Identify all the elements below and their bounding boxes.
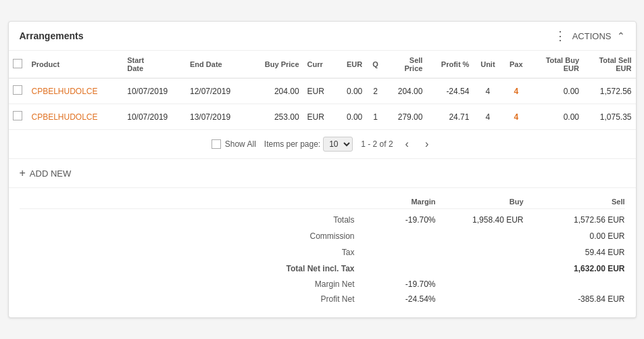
- row-total-buy-eur-0: 0.00: [530, 78, 583, 104]
- actions-button[interactable]: ACTIONS: [572, 31, 612, 41]
- row-total-sell-eur-1: 1,075.35: [583, 104, 636, 130]
- panel-title: Arrangements: [20, 30, 84, 41]
- totals-sell: 1,572.56 EUR: [537, 215, 625, 225]
- plus-icon: +: [20, 167, 26, 179]
- totals-col-label-header: [20, 198, 368, 206]
- tax-buy: [449, 248, 537, 257]
- totals-row-totals: Totals -19.70% 1,958.40 EUR 1,572.56 EUR: [20, 212, 625, 228]
- next-page-button[interactable]: ›: [421, 137, 432, 152]
- row-q-1: 1: [366, 104, 384, 130]
- table-row: CPBELHUDOLCE 10/07/2019 12/07/2019 204.0…: [9, 78, 636, 104]
- row-curr-1: EUR: [303, 104, 336, 130]
- commission-buy: [449, 231, 537, 241]
- profit-net-val: -24.54%: [368, 294, 449, 304]
- col-header-unit: Unit: [473, 51, 502, 78]
- row-pax-0: 4: [502, 78, 530, 104]
- show-all-label: Show All: [225, 139, 256, 149]
- col-header-curr: Curr: [303, 51, 336, 78]
- row-product-0[interactable]: CPBELHUDOLCE: [28, 78, 124, 104]
- col-header-total-sell-eur: Total SellEUR: [583, 51, 636, 78]
- panel-header: Arrangements ⋮ ACTIONS ⌃: [9, 22, 636, 51]
- row-sell-price-1: 279.00: [385, 104, 427, 130]
- margin-net-row: Margin Net -19.70%: [20, 277, 625, 292]
- row-unit-0: 4: [473, 78, 502, 104]
- totals-col-buy-header: Buy: [449, 198, 537, 206]
- items-per-page-select[interactable]: 10 25 50: [323, 137, 353, 152]
- col-header-q: Q: [366, 51, 384, 78]
- row-buy-price-1: 253.00: [249, 104, 303, 130]
- totals-row-tax: Tax 59.44 EUR: [20, 244, 625, 261]
- prev-page-button[interactable]: ‹: [401, 137, 413, 152]
- row-start-date-0: 10/07/2019: [123, 78, 186, 104]
- row-pax-1: 4: [502, 104, 530, 130]
- arrangements-panel: Arrangements ⋮ ACTIONS ⌃ Product StartDa…: [8, 21, 637, 318]
- row-profit-pct-1: 24.71: [426, 104, 473, 130]
- tax-label: Tax: [20, 248, 368, 257]
- row-checkbox-0[interactable]: [9, 78, 28, 104]
- tax-margin: [368, 248, 449, 257]
- col-header-sell-price: SellPrice: [385, 51, 427, 78]
- col-header-start-date: StartDate: [123, 51, 186, 78]
- page-info: 1 - 2 of 2: [361, 139, 393, 149]
- total-net-incl-tax-label: Total Net incl. Tax: [20, 264, 368, 273]
- select-all-checkbox-header[interactable]: [9, 51, 28, 78]
- margin-net-val2: [449, 279, 625, 289]
- col-header-end-date: End Date: [186, 51, 249, 78]
- row-profit-pct-0: -24.54: [426, 78, 473, 104]
- row-checkbox-1[interactable]: [9, 104, 28, 130]
- totals-row-commission: Commission 0.00 EUR: [20, 228, 625, 244]
- row-sell-price-0: 204.00: [385, 78, 427, 104]
- row-curr-0: EUR: [303, 78, 336, 104]
- row-eur-0: 0.00: [336, 78, 367, 104]
- row-product-1[interactable]: CPBELHUDOLCE: [28, 104, 124, 130]
- margin-net-label: Margin Net: [20, 279, 368, 289]
- table-header-row: Product StartDate End Date Buy Price Cur…: [9, 51, 636, 78]
- col-header-pax: Pax: [502, 51, 530, 78]
- total-net-buy: [449, 264, 537, 273]
- table-row: CPBELHUDOLCE 10/07/2019 13/07/2019 253.0…: [9, 104, 636, 130]
- row-buy-price-0: 204.00: [249, 78, 303, 104]
- totals-row-net-incl-tax: Total Net incl. Tax 1,632.00 EUR: [20, 261, 625, 277]
- commission-sell: 0.00 EUR: [537, 231, 625, 241]
- row-start-date-1: 10/07/2019: [123, 104, 186, 130]
- show-all-area: Show All: [212, 139, 256, 149]
- row-end-date-0: 12/07/2019: [186, 78, 249, 104]
- pagination-bar: Show All Items per page: 10 25 50 1 - 2 …: [9, 130, 636, 159]
- add-new-row: + ADD NEW: [9, 159, 636, 188]
- row-total-buy-eur-1: 0.00: [530, 104, 583, 130]
- row-end-date-1: 13/07/2019: [186, 104, 249, 130]
- totals-margin: -19.70%: [368, 215, 449, 225]
- more-options-icon[interactable]: ⋮: [554, 28, 567, 43]
- totals-header-row: Margin Buy Sell: [20, 195, 625, 209]
- total-net-sell: 1,632.00 EUR: [537, 264, 625, 273]
- col-header-product: Product: [28, 51, 124, 78]
- items-per-page-label: Items per page:: [264, 139, 320, 149]
- totals-col-margin-header: Margin: [368, 198, 449, 206]
- totals-label: Totals: [20, 215, 368, 225]
- row-unit-1: 4: [473, 104, 502, 130]
- total-net-margin: [368, 264, 449, 273]
- chevron-up-icon: ⌃: [617, 30, 625, 41]
- row-q-0: 2: [366, 78, 384, 104]
- totals-section: Margin Buy Sell Totals -19.70% 1,958.40 …: [9, 188, 636, 317]
- arrangements-table: Product StartDate End Date Buy Price Cur…: [9, 51, 636, 130]
- profit-net-val2: -385.84 EUR: [449, 294, 625, 304]
- tax-sell: 59.44 EUR: [537, 248, 625, 257]
- commission-label: Commission: [20, 231, 368, 241]
- show-all-checkbox[interactable]: [212, 139, 221, 149]
- col-header-eur: EUR: [336, 51, 367, 78]
- col-header-buy-price: Buy Price: [249, 51, 303, 78]
- add-new-label: ADD NEW: [30, 168, 71, 179]
- commission-margin: [368, 231, 449, 241]
- col-header-profit-pct: Profit %: [426, 51, 473, 78]
- profit-net-row: Profit Net -24.54% -385.84 EUR: [20, 292, 625, 307]
- profit-net-label: Profit Net: [20, 294, 368, 304]
- margin-net-val: -19.70%: [368, 279, 449, 289]
- totals-buy: 1,958.40 EUR: [449, 215, 537, 225]
- header-actions: ⋮ ACTIONS ⌃: [554, 28, 625, 43]
- add-new-button[interactable]: + ADD NEW: [20, 167, 625, 179]
- row-eur-1: 0.00: [336, 104, 367, 130]
- totals-col-sell-header: Sell: [537, 198, 625, 206]
- col-header-total-buy-eur: Total BuyEUR: [530, 51, 583, 78]
- items-per-page: Items per page: 10 25 50: [264, 137, 353, 152]
